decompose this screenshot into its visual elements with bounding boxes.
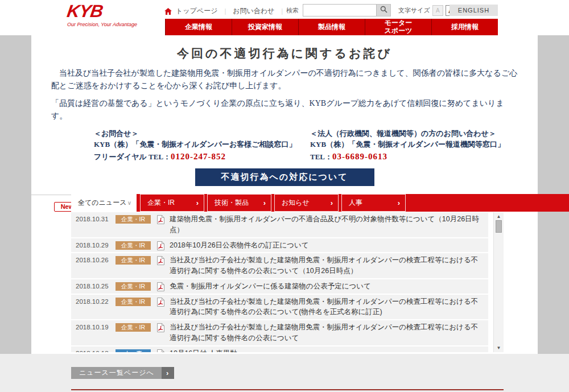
news-row: 2018.10.18 人 事 10月16日付 人事異動 [71,346,488,353]
news-link[interactable]: 当社及び当社の子会社が製造した建築物用免震・制振用オイルダンパーの検査工程等にお… [170,322,484,344]
news-list-page-button[interactable]: ニュース一覧ページへ › [71,367,174,379]
news-row: 2018.10.25 企業・IR 免震・制振用オイルダンパーに係る建築物の公表予… [71,279,488,294]
apology-paragraph-1: 当社及び当社子会社が製造した建築物用免震・制振用オイルダンパーの不適切行為につき… [51,67,518,92]
news-tab[interactable]: 全てのニュース ∨ [71,194,137,212]
news-date: 2018.10.18 [76,348,111,353]
pdf-icon [156,241,164,250]
search-input[interactable] [303,4,377,16]
news-list: 2018.10.31 企業・IR 建築物用免震・制振用オイルダンパーの不適合品及… [71,212,504,352]
news-tab[interactable]: 企業・IR › [140,194,204,212]
category-badge: 企業・IR [116,282,151,291]
main-nav-item[interactable]: 企業情報 [165,19,232,35]
news-link[interactable]: 建築物用免震・制振用オイルダンパーの不適合品及び不明の対象物件数等について（10… [170,214,484,236]
tel-number: 03-6689-0613 [332,152,387,161]
main-nav-item[interactable]: 採用情報 [431,19,498,35]
main-nav-item[interactable]: モーター スポーツ [365,19,431,35]
scroll-down-icon[interactable]: ▼ [494,345,504,350]
contact-customer-org: KYB（株）「免震・制振オイルダンパーお客様ご相談窓口」 [94,139,310,150]
arrow-right-icon: › [398,199,400,207]
page-title: 今回の不適切行為に関するお詫び [31,35,538,61]
main-nav-item[interactable]: 製品情報 [298,19,365,35]
news-scrollbar[interactable]: ▲ ▼ [493,212,504,352]
contact-customer-tel: フリーダイヤル TEL：0120-247-852 [94,150,310,163]
news-tab[interactable]: お知らせ › [274,194,339,212]
news-link[interactable]: 当社及び当社の子会社が製造した建築物用免震・制振用オイルダンパーの検査工程等にお… [170,255,484,277]
news-list-page-label: ニュース一覧ページへ [79,368,154,378]
contact-section: ＜お問合せ＞ KYB（株）「免震・制振オイルダンパーお客様ご相談窓口」 フリーダ… [94,128,538,163]
pdf-icon [156,256,164,265]
category-badge: 企業・IR [116,215,151,224]
main-nav-item[interactable]: 投資家情報 [232,19,298,35]
contact-customer-heading: ＜お問合せ＞ [94,128,310,139]
english-button[interactable]: ENGLISH [450,5,498,16]
contact-press: ＜法人（行政機関、報道機関等）の方のお問い合わせ＞ KYB（株）「免震・制振オイ… [310,128,505,163]
home-icon [164,8,172,15]
pdf-icon [156,282,164,291]
chevron-down-icon: ∨ [127,200,131,206]
footer-area: ニュース一覧ページへ › [0,354,569,392]
arrow-right-icon: › [263,199,266,207]
pdf-icon [156,298,164,307]
utility-separator: ｜ [279,7,285,15]
search-button[interactable] [377,4,391,16]
category-badge: 企業・IR [116,241,151,250]
main-nav: 企業情報投資家情報製品情報モーター スポーツ採用情報 [165,19,498,35]
news-rows: 2018.10.31 企業・IR 建築物用免震・制振用オイルダンパーの不適合品及… [71,212,488,352]
news-tabs: 全てのニュース ∨ 企業・IR › 技術・製品 › お知らせ › 人事 › [71,194,569,212]
contact-press-heading: ＜法人（行政機関、報道機関等）の方のお問い合わせ＞ [310,128,505,139]
arrow-right-icon: › [196,199,199,207]
font-size-area: 文字サイズ A A [398,5,456,16]
search-label: 検索 [286,6,299,15]
category-badge: 人 事 [116,349,151,353]
utility-link-contact[interactable]: お問い合わせ [233,6,274,16]
arrow-right-icon: › [162,367,174,379]
contact-press-tel: TEL：03-6689-0613 [310,150,505,163]
category-badge: 企業・IR [116,298,151,306]
response-button[interactable]: 不適切行為への対応について [195,168,374,186]
news-link[interactable]: 2018年10月26日公表物件名の訂正について [170,240,309,251]
news-row: 2018.10.31 企業・IR 建築物用免震・制振用オイルダンパーの不適合品及… [71,212,488,237]
news-link[interactable]: 10月16日付 人事異動 [170,348,237,353]
news-date: 2018.10.31 [76,214,111,222]
search-area: 検索 [286,4,391,16]
apology-paragraph-2: 「品質は経営の基盤である」というモノづくり企業の原点に立ち返り、KYBグループ総… [51,97,518,122]
utility-link-top-page[interactable]: トップページ [176,6,217,16]
news-tab-label: 技術・製品 [215,198,249,208]
news-tab-label: 企業・IR [147,198,175,208]
utility-separator: ｜ [222,7,228,15]
contact-press-org: KYB（株）「免震・制振オイルダンパー報道機関等窓口」 [310,139,505,150]
font-size-label: 文字サイズ [398,6,430,15]
tel-label: TEL： [310,152,332,161]
category-badge: 企業・IR [116,323,151,332]
scrollbar-thumb[interactable] [496,220,502,233]
news-date: 2018.10.19 [76,322,111,331]
kyb-logo[interactable]: KYB Our Precision, Your Advantage [67,2,137,27]
category-badge: 企業・IR [116,256,151,265]
kyb-logo-text: KYB [66,2,139,20]
utility-nav: トップページ ｜ お問い合わせ ｜ [164,6,285,16]
tel-number: 0120-247-852 [171,152,226,161]
kyb-corporate-page: KYB Our Precision, Your Advantage トップページ… [0,0,569,392]
news-link[interactable]: 当社及び当社の子会社が製造した建築物用免震・制振用オイルダンパーの検査工程等にお… [170,296,484,318]
pdf-icon [156,349,164,353]
news-tab-label: お知らせ [282,198,310,208]
footer-divider [71,389,504,390]
news-tab-label: 人事 [349,198,362,208]
news-link[interactable]: 免震・制振用オイルダンパーに係る建築物の公表予定について [170,281,371,292]
arrow-right-icon: › [331,199,333,207]
news-tab[interactable]: 技術・製品 › [207,194,271,212]
tel-label: フリーダイヤル TEL： [94,152,171,161]
news-date: 2018.10.25 [76,281,111,290]
contact-customer: ＜お問合せ＞ KYB（株）「免震・制振オイルダンパーお客様ご相談窓口」 フリーダ… [94,128,310,163]
search-icon [380,6,387,15]
scroll-up-icon[interactable]: ▲ [494,214,504,219]
news-row: 2018.10.22 企業・IR 当社及び当社の子会社が製造した建築物用免震・制… [71,295,488,320]
news-date: 2018.10.29 [76,240,111,249]
pdf-icon [156,215,164,224]
font-size-small-button[interactable]: A [432,5,443,16]
news-tab[interactable]: 人事 › [341,194,406,212]
pdf-icon [156,323,164,332]
news-row: 2018.10.19 企業・IR 当社及び当社の子会社が製造した建築物用免震・制… [71,320,488,345]
kyb-logo-tagline: Our Precision, Your Advantage [67,22,137,27]
news-tab-label: 全てのニュース [78,198,126,208]
